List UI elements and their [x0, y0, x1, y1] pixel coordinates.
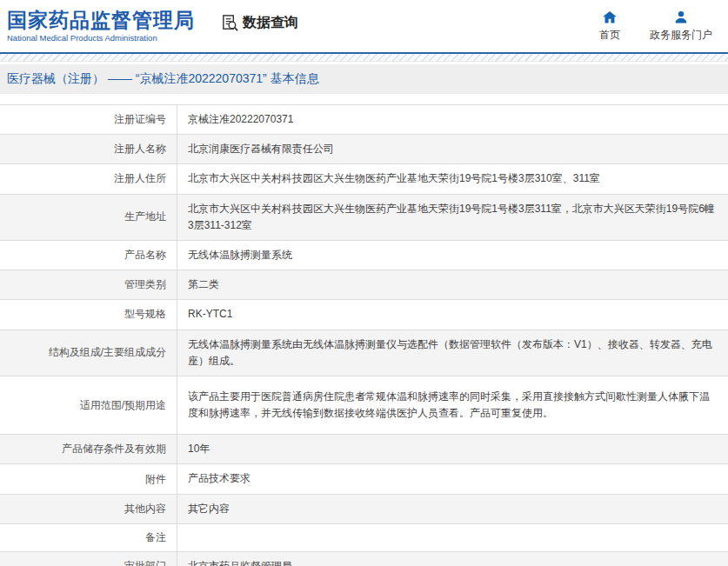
doc-search-icon [221, 14, 239, 32]
table-row: 其他内容其它内容 [0, 494, 728, 523]
row-value: 北京市大兴区中关村科技园区大兴生物医药产业基地天荣街19号院1号楼3层310室、… [177, 164, 728, 194]
row-value: 第二类 [177, 270, 728, 300]
row-value: 其它内容 [177, 494, 728, 523]
row-value: 无线体温脉搏测量系统 [177, 240, 728, 270]
table-row: 适用范围/预期用途该产品主要用于医院普通病房住院患者常规体温和脉搏速率的同时采集… [0, 376, 728, 434]
row-value [177, 523, 728, 551]
table-row: 审批部门北京市药品监督管理局 [0, 551, 728, 566]
row-value: 北京市药品监督管理局 [177, 551, 728, 566]
logo-subtitle: National Medical Products Administration [7, 34, 195, 43]
row-label: 产品名称 [0, 240, 177, 270]
table-gap [0, 94, 728, 104]
table-row: 管理类别第二类 [0, 270, 728, 300]
table-row: 注册人名称北京润康医疗器械有限责任公司 [0, 135, 728, 164]
row-label: 注册证编号 [0, 105, 177, 135]
portal-link[interactable]: 政务服务门户 [650, 10, 712, 43]
row-label: 审批部门 [0, 551, 177, 566]
row-label: 结构及组成/主要组成成分 [0, 330, 177, 376]
row-label: 管理类别 [0, 270, 177, 300]
hatch-band [0, 54, 728, 62]
nav-data-query-label: 数据查询 [243, 14, 298, 32]
row-label: 注册人住所 [0, 164, 177, 194]
home-link[interactable]: 首页 [599, 10, 620, 43]
nmpa-logo[interactable]: 国家药品监督管理局 National Medical Products Admi… [7, 10, 195, 42]
row-value: RK-YTC1 [177, 300, 728, 330]
row-value: 无线体温脉搏测量系统由无线体温脉搏测量仪与选配件（数据管理软件（发布版本：V1）… [177, 330, 728, 376]
table-row: 注册证编号京械注准20222070371 [0, 105, 728, 135]
breadcrumb: 医疗器械（注册） —— “京械注准20222070371” 基本信息 [0, 64, 728, 94]
site-header: 国家药品监督管理局 National Medical Products Admi… [0, 0, 728, 52]
home-icon [602, 10, 618, 25]
row-label: 其他内容 [0, 494, 177, 523]
row-value: 该产品主要用于医院普通病房住院患者常规体温和脉搏速率的同时采集，采用直接接触方式… [177, 376, 728, 434]
row-label: 适用范围/预期用途 [0, 376, 177, 434]
table-row: 生产地址北京市大兴区中关村科技园区大兴生物医药产业基地天荣街19号院1号楼3层3… [0, 194, 728, 240]
row-label: 产品储存条件及有效期 [0, 435, 177, 464]
logo-title: 国家药品监督管理局 [7, 10, 195, 30]
table-row: 附件产品技术要求 [0, 464, 728, 494]
info-table: 注册证编号京械注准20222070371注册人名称北京润康医疗器械有限责任公司注… [0, 104, 728, 566]
row-value: 10年 [177, 435, 728, 464]
page-title: 医疗器械（注册） —— “京械注准20222070371” 基本信息 [7, 71, 319, 87]
header-right: 首页 政务服务门户 [599, 10, 712, 43]
nav-data-query[interactable]: 数据查询 [221, 14, 298, 32]
row-value: 北京市大兴区中关村科技园区大兴生物医药产业基地天荣街19号院1号楼3层311室，… [177, 194, 728, 240]
row-label: 注册人名称 [0, 135, 177, 164]
row-label: 附件 [0, 464, 177, 494]
row-label: 备注 [0, 523, 177, 551]
table-row: 产品储存条件及有效期10年 [0, 435, 728, 464]
user-icon [673, 10, 689, 25]
row-label: 生产地址 [0, 194, 177, 240]
home-label: 首页 [599, 28, 620, 43]
table-row: 注册人住所北京市大兴区中关村科技园区大兴生物医药产业基地天荣街19号院1号楼3层… [0, 164, 728, 194]
row-value: 京械注准20222070371 [177, 105, 728, 135]
table-row: 结构及组成/主要组成成分无线体温脉搏测量系统由无线体温脉搏测量仪与选配件（数据管… [0, 330, 728, 376]
row-label: 型号规格 [0, 300, 177, 330]
row-value: 产品技术要求 [177, 464, 728, 494]
table-row: 备注 [0, 523, 728, 551]
portal-label: 政务服务门户 [650, 28, 712, 43]
table-row: 产品名称无线体温脉搏测量系统 [0, 240, 728, 270]
table-row: 型号规格RK-YTC1 [0, 300, 728, 330]
row-value: 北京润康医疗器械有限责任公司 [177, 135, 728, 164]
